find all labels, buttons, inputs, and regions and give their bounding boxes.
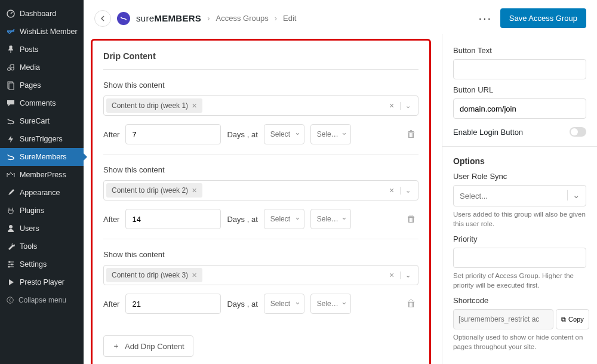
sidebar-item-label: WishList Member bbox=[20, 27, 78, 36]
sidebar-item-posts[interactable]: Posts bbox=[0, 41, 84, 58]
sidebar-item-comments[interactable]: Comments bbox=[0, 94, 84, 112]
days-input[interactable] bbox=[125, 209, 221, 229]
chevron-down-icon[interactable]: ⌄ bbox=[400, 187, 416, 195]
hour-select[interactable]: Select … bbox=[264, 124, 304, 144]
clear-all-icon[interactable]: × bbox=[383, 270, 400, 280]
breadcrumb-current: Edit bbox=[283, 14, 296, 23]
minute-select[interactable]: Sele… bbox=[310, 294, 351, 314]
chevron-down-icon[interactable]: ⌄ bbox=[400, 102, 416, 110]
days-input[interactable] bbox=[125, 294, 221, 314]
minute-select[interactable]: Sele… bbox=[310, 124, 351, 144]
sidebar-item-label: SureMembers bbox=[20, 153, 67, 161]
wp-sidebar: Dashboard WishList Member Posts Media Pa… bbox=[0, 0, 84, 364]
chevron-right-icon: › bbox=[275, 14, 277, 23]
hour-select[interactable]: Select … bbox=[264, 294, 304, 314]
svg-point-7 bbox=[9, 261, 11, 263]
sidebar-item-surecart[interactable]: SureCart bbox=[0, 112, 84, 130]
sidebar-item-label: SureTriggers bbox=[20, 135, 63, 143]
sliders-icon bbox=[6, 260, 16, 269]
field-label: User Role Sync bbox=[453, 172, 586, 181]
svg-point-6 bbox=[9, 225, 13, 229]
sidebar-item-pages[interactable]: Pages bbox=[0, 76, 84, 94]
days-input[interactable] bbox=[125, 124, 221, 144]
sidebar-item-suremembers[interactable]: SureMembers bbox=[0, 148, 84, 166]
pin-icon bbox=[6, 45, 16, 54]
priority-input[interactable] bbox=[453, 248, 586, 268]
add-drip-button[interactable]: ＋ Add Drip Content bbox=[103, 335, 193, 357]
wrench-icon bbox=[6, 242, 16, 251]
pages-icon bbox=[6, 81, 16, 90]
collapse-menu[interactable]: Collapse menu bbox=[0, 291, 84, 309]
field-label: Shortcode bbox=[453, 296, 586, 305]
arrow-left-icon bbox=[99, 15, 106, 22]
field-label: Priority bbox=[453, 235, 586, 243]
sidebar-item-memberpress[interactable]: MemberPress bbox=[0, 166, 84, 184]
sidebar-item-label: Pages bbox=[20, 81, 41, 90]
sidebar-item-label: SureCart bbox=[20, 117, 50, 125]
sidebar-item-tools[interactable]: Tools bbox=[0, 237, 84, 255]
wishlist-icon bbox=[6, 27, 16, 36]
sidebar-item-label: Users bbox=[20, 224, 39, 233]
after-label: After bbox=[103, 130, 119, 139]
sidebar-item-label: Comments bbox=[20, 99, 56, 107]
button-url-input[interactable] bbox=[453, 98, 586, 119]
clear-all-icon[interactable]: × bbox=[383, 186, 400, 195]
field-label: Button Text bbox=[453, 46, 586, 55]
chevron-right-icon: › bbox=[207, 14, 210, 23]
sidebar-item-dashboard[interactable]: Dashboard bbox=[0, 5, 84, 23]
sidebar-item-users[interactable]: Users bbox=[0, 220, 84, 237]
sidebar-item-label: MemberPress bbox=[20, 171, 66, 179]
field-label: Show this content bbox=[103, 81, 418, 90]
add-label: Add Drip Content bbox=[125, 342, 184, 351]
sidebar-item-wishlist[interactable]: WishList Member bbox=[0, 23, 84, 41]
svg-point-8 bbox=[11, 264, 13, 266]
help-text: Set priority of Access Group. Higher the… bbox=[453, 271, 586, 290]
content-selector[interactable]: Content to drip (week 2) ✕ × ⌄ bbox=[103, 180, 418, 200]
chevron-down-icon[interactable]: ⌄ bbox=[400, 272, 416, 279]
minute-select[interactable]: Sele… bbox=[310, 209, 351, 229]
svg-rect-5 bbox=[9, 83, 14, 90]
content-selector[interactable]: Content to drip (week 1) ✕ × ⌄ bbox=[103, 95, 418, 116]
copy-button[interactable]: ⧉ Copy bbox=[556, 309, 589, 329]
remove-tag-icon[interactable]: ✕ bbox=[192, 187, 197, 195]
clear-all-icon[interactable]: × bbox=[383, 101, 400, 110]
shortcode-input[interactable] bbox=[453, 309, 553, 329]
sidebar-item-settings[interactable]: Settings bbox=[0, 255, 84, 273]
copy-label: Copy bbox=[568, 316, 584, 323]
brand-text: sureMEMBERS bbox=[136, 13, 201, 23]
enable-login-toggle[interactable] bbox=[570, 127, 586, 137]
sidebar-item-label: Tools bbox=[20, 242, 37, 251]
brush-icon bbox=[6, 188, 16, 198]
after-label: After bbox=[103, 215, 119, 224]
sidebar-item-appearance[interactable]: Appearance bbox=[0, 184, 84, 202]
tag-label: Content to drip (week 1) bbox=[112, 101, 188, 110]
drip-block: Show this content Content to drip (week … bbox=[103, 155, 418, 239]
sidebar-item-media[interactable]: Media bbox=[0, 58, 84, 76]
field-label: Show this content bbox=[103, 165, 418, 174]
sidebar-item-presto[interactable]: Presto Player bbox=[0, 273, 84, 291]
button-text-input[interactable] bbox=[453, 59, 586, 79]
tag-label: Content to drip (week 3) bbox=[112, 271, 188, 279]
collapse-label: Collapse menu bbox=[19, 296, 66, 304]
delete-block-icon[interactable]: 🗑 bbox=[407, 214, 418, 224]
sidebar-item-plugins[interactable]: Plugins bbox=[0, 202, 84, 220]
user-role-select[interactable]: Select... bbox=[453, 185, 586, 206]
unit-text: Days , at bbox=[227, 130, 257, 139]
delete-block-icon[interactable]: 🗑 bbox=[407, 298, 418, 309]
content-selector[interactable]: Content to drip (week 3) ✕ × ⌄ bbox=[103, 265, 418, 285]
user-icon bbox=[6, 224, 16, 233]
sidebar-item-label: Plugins bbox=[20, 206, 44, 215]
plus-icon: ＋ bbox=[112, 341, 120, 351]
hour-select[interactable]: Select … bbox=[264, 209, 304, 229]
more-options-button[interactable]: ··· bbox=[476, 10, 494, 27]
breadcrumb[interactable]: Access Groups bbox=[216, 14, 269, 23]
sidebar-item-suretriggers[interactable]: SureTriggers bbox=[0, 130, 84, 148]
back-button[interactable] bbox=[94, 10, 111, 27]
remove-tag-icon[interactable]: ✕ bbox=[192, 102, 197, 110]
delete-block-icon[interactable]: 🗑 bbox=[407, 129, 418, 140]
settings-panel: Button Text Button URL Enable Login Butt… bbox=[442, 34, 597, 364]
section-title: Options bbox=[453, 156, 586, 166]
memberpress-icon bbox=[6, 170, 16, 180]
remove-tag-icon[interactable]: ✕ bbox=[192, 272, 197, 279]
save-button[interactable]: Save Access Group bbox=[500, 8, 586, 28]
